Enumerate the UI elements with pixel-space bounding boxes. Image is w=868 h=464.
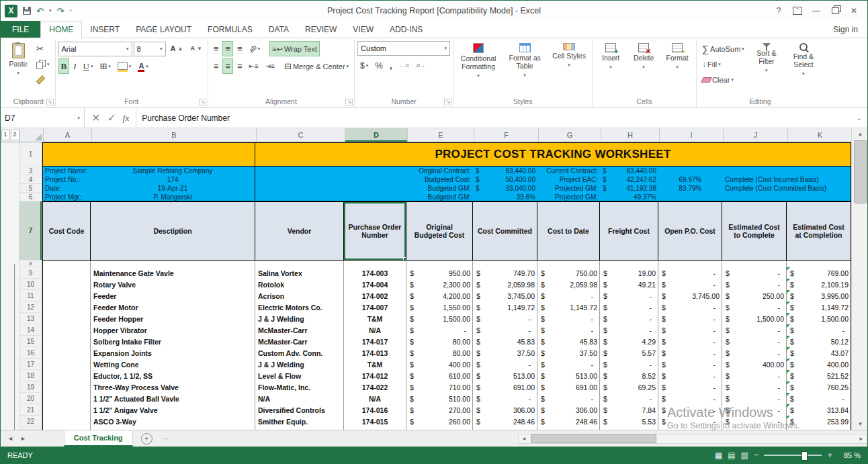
name-box[interactable]: D7 ▾: [1, 108, 85, 128]
column-header-E[interactable]: E: [408, 128, 474, 142]
cell-D14[interactable]: N/A: [344, 324, 406, 336]
copy-button[interactable]: ▾: [34, 56, 52, 72]
cell-G4[interactable]: Project EAC:: [537, 175, 600, 184]
cell-I20[interactable]: $-: [658, 393, 722, 404]
cell-B5[interactable]: 19-Apr-21: [91, 184, 255, 193]
cell-K-below[interactable]: [787, 427, 851, 430]
cell-D5[interactable]: [344, 184, 406, 193]
cell-D16[interactable]: 174-013: [344, 347, 406, 359]
cell-B17[interactable]: Wetting Cone: [91, 359, 255, 370]
cell-B15[interactable]: Solberg Intake Filter: [91, 336, 255, 347]
cell-A20[interactable]: [42, 393, 91, 404]
cell-J-below[interactable]: [722, 427, 787, 430]
cell-C9[interactable]: Salina Vortex: [255, 267, 344, 279]
ribbon-tab-add-ins[interactable]: ADD-INS: [382, 21, 431, 38]
cell-A15[interactable]: [42, 336, 91, 347]
fill-color-button[interactable]: ▾: [115, 58, 134, 74]
cell-G10[interactable]: $2,059.98: [537, 279, 600, 290]
cell-G-below[interactable]: [537, 427, 600, 430]
row-header-17[interactable]: 17: [19, 359, 42, 370]
cell-D-below[interactable]: [344, 427, 406, 430]
cell-K16[interactable]: $43.07: [787, 347, 851, 359]
row-header-8[interactable]: 8: [19, 261, 42, 267]
cell-F4[interactable]: $50,400.00: [473, 175, 537, 184]
cell-G5[interactable]: Projected GM:: [537, 184, 600, 193]
cell-J20[interactable]: $-: [722, 393, 787, 404]
column-header-K[interactable]: K: [788, 128, 851, 142]
cell-I13[interactable]: $-: [658, 313, 722, 324]
scroll-left-icon[interactable]: ◄: [519, 436, 529, 442]
cell-B9[interactable]: Maintenance Gate Vavle: [91, 267, 255, 279]
cell-J12[interactable]: $-: [722, 301, 787, 313]
clipboard-dialog-launcher-icon[interactable]: ↘: [46, 99, 54, 105]
cell-E20[interactable]: $510.00: [406, 393, 473, 404]
new-sheet-icon[interactable]: +: [141, 433, 153, 445]
cell-B7[interactable]: Desctiption: [91, 201, 255, 261]
cell-D11[interactable]: 174-002: [344, 290, 406, 301]
column-header-F[interactable]: F: [474, 128, 539, 142]
cell-F19[interactable]: $691.00: [473, 381, 537, 393]
cell-J8[interactable]: [722, 261, 787, 267]
cell-B18[interactable]: Eductor, 1 1/2, SS: [91, 370, 255, 381]
scroll-right-icon[interactable]: ►: [856, 436, 867, 442]
cell-K22[interactable]: $253.99: [787, 416, 851, 427]
cell-A21[interactable]: [42, 404, 91, 416]
cell-A22[interactable]: [42, 416, 91, 427]
column-header-C[interactable]: C: [257, 128, 345, 142]
row-header-5[interactable]: 5: [19, 184, 42, 193]
cell-H19[interactable]: $69.25: [600, 381, 658, 393]
cell-A10[interactable]: [42, 279, 91, 290]
cell-A13[interactable]: [42, 313, 91, 324]
cell-G21[interactable]: $306.00: [537, 404, 600, 416]
cell-D13[interactable]: T&M: [344, 313, 406, 324]
bottom-align-button[interactable]: ≡: [234, 41, 245, 56]
cell-K17[interactable]: $400.00: [787, 359, 851, 370]
redo-button[interactable]: ↷: [56, 7, 64, 15]
cell-E9[interactable]: $950.00: [406, 267, 473, 279]
cell-H9[interactable]: $19.00: [600, 267, 658, 279]
increase-decimal-button[interactable]: ←.0: [396, 58, 412, 73]
find-select-button[interactable]: Find & Select ▾: [786, 41, 821, 78]
cell-A19[interactable]: [42, 381, 91, 393]
cell-E13[interactable]: $1,500.00: [406, 313, 473, 324]
cell-G20[interactable]: $-: [537, 393, 600, 404]
zoom-out-icon[interactable]: −: [754, 451, 759, 459]
accounting-format-button[interactable]: $▾: [357, 58, 371, 73]
column-header-D[interactable]: D: [345, 128, 408, 142]
row-header-11[interactable]: 11: [19, 290, 42, 301]
cell-J18[interactable]: $-: [722, 370, 787, 381]
cell-B20[interactable]: 1 1/2" Actuated Ball Vavle: [91, 393, 255, 404]
cell-F12[interactable]: $1,149.72: [473, 301, 537, 313]
banner-left-cell[interactable]: [42, 142, 255, 167]
cell-D8[interactable]: [344, 261, 406, 267]
row-header-10[interactable]: 10: [19, 279, 42, 290]
autosum-button[interactable]: ∑AutoSum▾: [699, 41, 747, 56]
cell-I16[interactable]: $-: [658, 347, 722, 359]
cell-F22[interactable]: $248.46: [473, 416, 537, 427]
cell-F8[interactable]: [473, 261, 537, 267]
cell-I5[interactable]: 83.79%: [658, 184, 722, 193]
fill-button[interactable]: ↓Fill▾: [699, 56, 747, 72]
column-header-G[interactable]: G: [539, 128, 601, 142]
center-button[interactable]: ≡: [222, 58, 233, 74]
ribbon-tab-formulas[interactable]: FORMULAS: [200, 21, 261, 38]
tab-overflow-icon[interactable]: ⋯: [162, 434, 169, 443]
cell-B11[interactable]: Feeder: [91, 290, 255, 301]
cell-C22[interactable]: Smither Equip.: [255, 416, 344, 427]
row-header-9[interactable]: 9: [19, 267, 42, 279]
delete-cells-button[interactable]: ✕ Delete ▾: [628, 41, 659, 71]
cell-F15[interactable]: $45.83: [473, 336, 537, 347]
formula-bar-expand-icon[interactable]: ⌄: [851, 108, 867, 128]
cell-I-below[interactable]: [658, 427, 722, 430]
cell-B16[interactable]: Expansion Joints: [91, 347, 255, 359]
insert-cells-button[interactable]: + Insert ▾: [595, 41, 626, 71]
insert-function-icon[interactable]: fx: [123, 113, 129, 124]
cell-A17[interactable]: [42, 359, 91, 370]
cell-J9[interactable]: $-: [722, 267, 787, 279]
cell-D15[interactable]: 174-017: [344, 336, 406, 347]
cell-H5[interactable]: $41,192.38: [600, 184, 658, 193]
row-header-16[interactable]: 16: [19, 347, 42, 359]
cell-H4[interactable]: $42,247.62: [600, 175, 658, 184]
cell-E12[interactable]: $1,550.00: [406, 301, 473, 313]
increase-indent-button[interactable]: ⇥≡: [263, 58, 277, 74]
